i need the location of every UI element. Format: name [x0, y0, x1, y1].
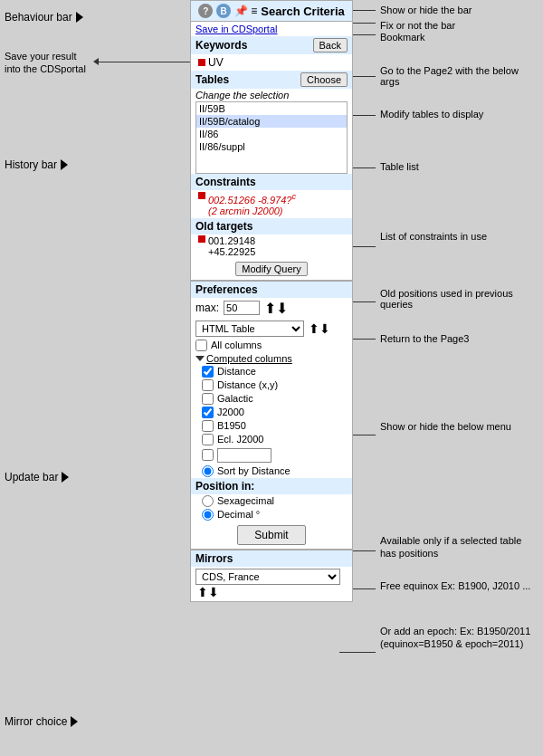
- submit-row: Submit: [191, 522, 352, 549]
- epoch-checkbox[interactable]: [202, 449, 214, 461]
- format-select[interactable]: HTML Table TSV CSV FITS: [195, 321, 304, 337]
- history-bar-label: History bar: [5, 158, 68, 171]
- old-targets-header: Old targets: [191, 218, 352, 234]
- keywords-value: UV: [208, 56, 224, 69]
- back-button[interactable]: Back: [313, 38, 348, 53]
- save-link[interactable]: Save in CDSportal: [191, 22, 352, 36]
- annotation-add-epoch: Or add an epoch: Ex: B1950/2011 (equinox…: [380, 625, 538, 651]
- choose-button[interactable]: Choose: [300, 72, 348, 87]
- col-galactic-row: Galactic: [191, 392, 352, 406]
- position-sexagecimal-label: Sexagecimal: [217, 495, 274, 506]
- constraint-value: 002.51266 -8.974?c(2 arcmin J2000): [208, 192, 296, 216]
- help-icon[interactable]: ?: [198, 4, 213, 18]
- computed-columns-header: Computed columns: [191, 352, 352, 365]
- col-b1950-label: B1950: [217, 420, 246, 431]
- mirrors-spinner[interactable]: ⬆⬇: [197, 585, 219, 599]
- col-distance-xy-checkbox[interactable]: [202, 379, 214, 391]
- sort-by-distance-radio[interactable]: [202, 465, 214, 477]
- annotation-return-page3: Return to the Page3: [380, 333, 538, 344]
- col-distance-xy-row: Distance (x,y): [191, 378, 352, 392]
- keywords-value-row: UV: [191, 54, 352, 71]
- computed-columns-label[interactable]: Computed columns: [206, 353, 292, 364]
- col-b1950-checkbox[interactable]: [202, 420, 214, 432]
- annotation-bookmark: Bookmark: [380, 32, 538, 43]
- annotation-modify-tables: Modify tables to display: [380, 109, 538, 120]
- save-note-label: Save your result into the CDSportal: [5, 50, 95, 76]
- mirrors-section-header: Mirrors: [191, 549, 352, 567]
- position-decimal-label: Decimal °: [217, 509, 260, 520]
- sort-by-distance-label: Sort by Distance: [217, 465, 291, 476]
- old-target-value2: +45.22925: [208, 246, 255, 257]
- position-section-header: Position in:: [191, 478, 352, 494]
- sort-by-distance-row: Sort by Distance: [191, 464, 352, 478]
- submit-button[interactable]: Submit: [237, 525, 305, 545]
- constraints-header: Constraints: [191, 174, 352, 190]
- panel-title: Search Criteria: [261, 5, 345, 18]
- annotation-show-hide-menu: Show or hide the below menu: [380, 421, 538, 432]
- col-j2000-label: J2000: [217, 407, 244, 417]
- save-note-arrowhead: [93, 58, 99, 65]
- all-columns-checkbox[interactable]: [195, 340, 207, 351]
- update-bar-label: Update bar: [5, 471, 69, 483]
- position-sexagecimal-radio[interactable]: [202, 495, 214, 507]
- max-spinner[interactable]: ⬆⬇: [264, 300, 288, 317]
- col-distance-label: Distance: [217, 366, 256, 377]
- col-ecl-j2000-label: Ecl. J2000: [217, 434, 263, 445]
- bookmark-icon[interactable]: B: [216, 4, 231, 18]
- table-list-box[interactable]: II/59B II/59B/catalog II/86 II/86/suppl: [195, 101, 348, 174]
- old-target-indicator: [198, 235, 205, 243]
- mirror-choice-arrow: [71, 716, 78, 727]
- col-distance-checkbox[interactable]: [202, 366, 214, 378]
- annotation-list-constraints: List of constraints in use: [380, 231, 538, 242]
- mirrors-select[interactable]: CDS, France CADC, Canada CfA, USA ADAC, …: [195, 569, 340, 585]
- annotation-show-hide: Show or hide the bar: [380, 5, 538, 15]
- col-j2000-checkbox[interactable]: [202, 407, 214, 418]
- keywords-section-header: Keywords Back: [191, 36, 352, 54]
- col-galactic-label: Galactic: [217, 393, 253, 404]
- pin-icon[interactable]: 📌: [234, 5, 247, 17]
- old-target-value1: 001.29148: [208, 235, 255, 246]
- col-b1950-row: B1950: [191, 419, 352, 433]
- col-distance-row: Distance: [191, 365, 352, 378]
- keywords-indicator: [198, 59, 205, 66]
- col-ecl-j2000-checkbox[interactable]: [202, 434, 214, 445]
- position-decimal-row: Decimal °: [191, 508, 352, 522]
- table-item-2[interactable]: II/86: [196, 128, 347, 140]
- table-item-0[interactable]: II/59B: [196, 102, 347, 115]
- annotation-goto-page2: Go to the Page2 with the below args: [380, 65, 538, 87]
- position-decimal-radio[interactable]: [202, 509, 214, 521]
- preferences-header: Preferences: [191, 280, 352, 298]
- constraint-item: 002.51266 -8.974?c(2 arcmin J2000): [191, 190, 352, 218]
- mirror-choice-label: Mirror choice: [5, 715, 78, 728]
- computed-columns-toggle[interactable]: [195, 356, 205, 361]
- annotation-free-equinox: Free equinox Ex: B1900, J2010 ...: [380, 579, 538, 592]
- modify-query-button[interactable]: Modify Query: [235, 262, 307, 276]
- table-item-3[interactable]: II/86/suppl: [196, 140, 347, 153]
- tables-label: Tables: [195, 73, 229, 86]
- tables-section-header: Tables Choose: [191, 71, 352, 89]
- max-row: max: ⬆⬇: [191, 298, 352, 319]
- behaviour-bar-arrow: [76, 12, 83, 23]
- epoch-input[interactable]: [217, 448, 272, 463]
- col-galactic-checkbox[interactable]: [202, 393, 214, 405]
- panel-header: ? B 📌 ≡ Search Criteria: [191, 1, 352, 22]
- history-bar-arrow: [61, 159, 68, 170]
- behaviour-bar-label: Behaviour bar: [5, 11, 83, 24]
- max-input[interactable]: [224, 301, 260, 315]
- format-spinner[interactable]: ⬆⬇: [309, 321, 330, 336]
- bars-icon[interactable]: ≡: [251, 5, 257, 17]
- keywords-label: Keywords: [195, 39, 247, 52]
- all-columns-label: All columns: [211, 340, 262, 350]
- modify-query-row: Modify Query: [191, 258, 352, 280]
- all-columns-row: All columns: [191, 339, 352, 352]
- save-note-arrow: [95, 62, 192, 62]
- main-panel: ? B 📌 ≡ Search Criteria Save in CDSporta…: [190, 0, 353, 602]
- annotation-old-positions: Old positions used in previous queries: [380, 288, 538, 310]
- table-item-1[interactable]: II/59B/catalog: [196, 115, 347, 128]
- format-row: HTML Table TSV CSV FITS ⬆⬇: [191, 319, 352, 339]
- mirrors-select-row: CDS, France CADC, Canada CfA, USA ADAC, …: [191, 567, 352, 601]
- max-label: max:: [195, 301, 219, 314]
- annotation-table-list: Table list: [380, 161, 538, 172]
- col-ecl-j2000-row: Ecl. J2000: [191, 433, 352, 446]
- annotation-available-positions: Available only if a selected table has p…: [380, 534, 538, 560]
